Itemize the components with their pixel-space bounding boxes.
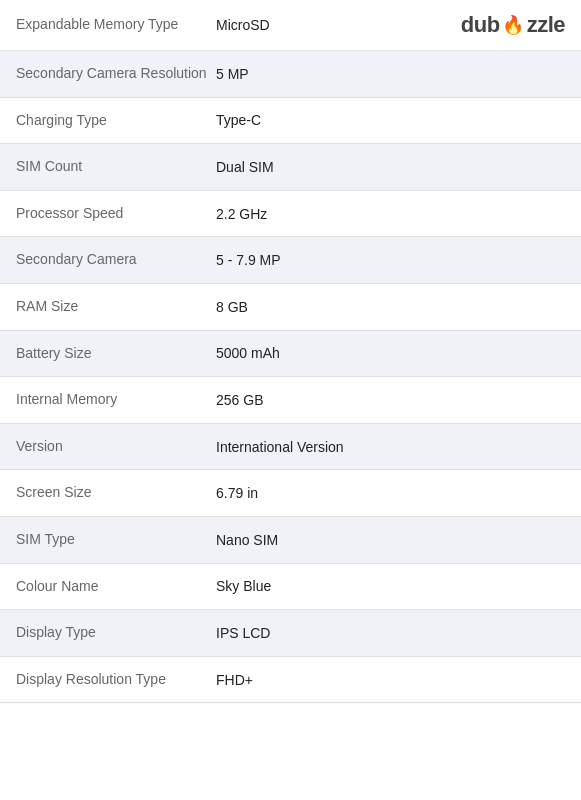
logo-flame-icon: 🔥 [502,14,524,36]
header-row: Expandable Memory Type MicroSD dub🔥zzle [0,0,581,51]
specs-container: Expandable Memory Type MicroSD dub🔥zzle … [0,0,581,703]
spec-label-11: SIM Type [16,530,216,550]
spec-value-9: International Version [216,439,565,455]
spec-label-3: SIM Count [16,157,216,177]
spec-row-7: Battery Size 5000 mAh [0,331,581,378]
spec-label-9: Version [16,437,216,457]
spec-row-10: Screen Size 6.79 in [0,470,581,517]
spec-row-13: Display Type IPS LCD [0,610,581,657]
spec-value-13: IPS LCD [216,625,565,641]
spec-label-1: Secondary Camera Resolution [16,64,216,84]
spec-row-14: Display Resolution Type FHD+ [0,657,581,704]
spec-value-7: 5000 mAh [216,345,565,361]
spec-value-2: Type-C [216,112,565,128]
logo-text-before: dub [461,12,500,38]
logo-text-after: zzle [527,12,565,38]
spec-value-14: FHD+ [216,672,565,688]
spec-value-6: 8 GB [216,299,565,315]
spec-row-9: Version International Version [0,424,581,471]
spec-label-6: RAM Size [16,297,216,317]
spec-value-1: 5 MP [216,66,565,82]
spec-row-12: Colour Name Sky Blue [0,564,581,611]
first-spec-value: MicroSD [216,17,461,33]
spec-row-4: Processor Speed 2.2 GHz [0,191,581,238]
spec-label-4: Processor Speed [16,204,216,224]
spec-label-12: Colour Name [16,577,216,597]
spec-row-3: SIM Count Dual SIM [0,144,581,191]
first-spec-label: Expandable Memory Type [16,15,216,35]
spec-row-8: Internal Memory 256 GB [0,377,581,424]
spec-label-7: Battery Size [16,344,216,364]
spec-label-10: Screen Size [16,483,216,503]
spec-row-6: RAM Size 8 GB [0,284,581,331]
spec-row-2: Charging Type Type-C [0,98,581,145]
spec-row-11: SIM Type Nano SIM [0,517,581,564]
spec-value-4: 2.2 GHz [216,206,565,222]
spec-row-5: Secondary Camera 5 - 7.9 MP [0,237,581,284]
spec-value-12: Sky Blue [216,578,565,594]
spec-value-10: 6.79 in [216,485,565,501]
spec-value-5: 5 - 7.9 MP [216,252,565,268]
spec-row-1: Secondary Camera Resolution 5 MP [0,51,581,98]
spec-value-11: Nano SIM [216,532,565,548]
dubizzle-logo: dub🔥zzle [461,12,565,38]
spec-label-13: Display Type [16,623,216,643]
spec-label-8: Internal Memory [16,390,216,410]
spec-label-5: Secondary Camera [16,250,216,270]
spec-label-14: Display Resolution Type [16,670,216,690]
spec-label-2: Charging Type [16,111,216,131]
spec-value-8: 256 GB [216,392,565,408]
spec-value-3: Dual SIM [216,159,565,175]
